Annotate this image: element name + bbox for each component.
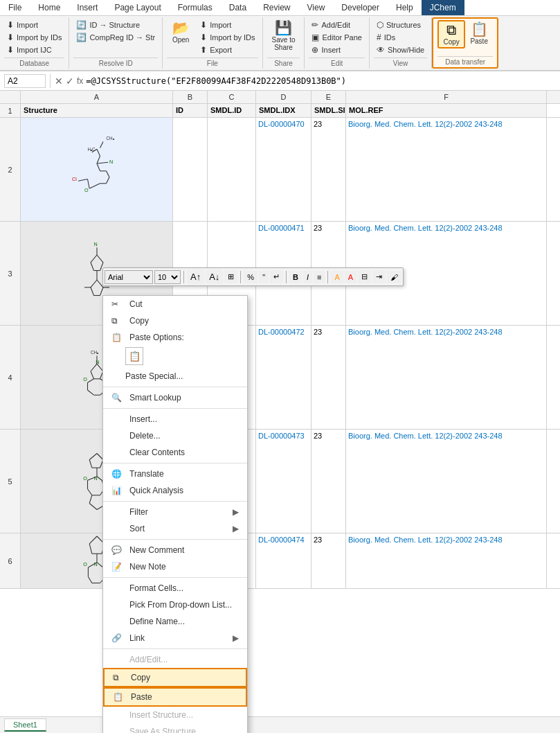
sheet-tab-sheet1[interactable]: Sheet1 [4,718,46,732]
cell-e6[interactable]: 23 [311,533,346,588]
font-color-button[interactable]: A [345,271,356,283]
ctx-quick-analysis[interactable]: 📊 Quick Analysis [103,482,247,499]
cell-f5[interactable]: Bioorg. Med. Chem. Lett. 12(2)-2002 243-… [346,430,547,533]
thousand-button[interactable]: " [259,271,269,283]
col-header-e[interactable]: E [311,91,346,103]
paste-button-ribbon[interactable]: 📋 Paste [465,20,493,47]
borders-button[interactable]: ⊟ [358,270,371,283]
cell-f6[interactable]: Bioorg. Med. Chem. Lett. 12(2)-2002 243-… [346,533,547,588]
tab-jchem[interactable]: JChem [422,0,464,15]
ctx-jchem-copy[interactable]: ⧉ Copy [103,668,247,687]
ctx-clear-contents[interactable]: Clear Contents [103,444,247,461]
ctx-copy[interactable]: ⧉ Copy [103,312,247,329]
col-header-b[interactable]: B [173,91,208,103]
align-button[interactable]: ≡ [314,271,325,283]
bold-button[interactable]: B [289,271,302,283]
ctx-filter[interactable]: Filter ▶ [103,504,247,520]
tab-file[interactable]: File [0,0,30,15]
cell-e4[interactable]: 23 [311,326,346,429]
svg-text:N: N [93,475,97,482]
insert-function-icon[interactable]: fx [77,76,83,86]
ctx-paste-special[interactable]: Paste Special... [103,368,247,385]
import-ijc-button[interactable]: ⬇ Import IJC [4,44,64,56]
wrap-button[interactable]: ↵ [270,270,283,283]
ctx-pick-dropdown[interactable]: Pick From Drop-down List... [103,597,247,613]
ctx-delete[interactable]: Delete... [103,427,247,444]
col-header-a[interactable]: A [21,91,173,103]
tab-review[interactable]: Review [255,0,298,15]
col-smdlid-header[interactable]: SMDL.ID [208,104,256,117]
cell-d5[interactable]: DL-00000473 [256,430,311,533]
ids-button[interactable]: # IDs [374,31,427,44]
col-header-c[interactable]: C [208,91,256,103]
cancel-formula-icon[interactable]: ✕ [55,76,63,87]
col-header-d[interactable]: D [256,91,311,103]
save-to-share-button[interactable]: 💾 Save toShare [267,19,300,53]
ctx-translate[interactable]: 🌐 Translate [103,466,247,482]
cell-e5[interactable]: 23 [311,430,346,533]
tab-pagelayout[interactable]: Page Layout [106,0,169,15]
italic-button[interactable]: I [303,271,312,283]
cell-b2[interactable] [173,118,208,221]
tab-view[interactable]: View [299,0,334,15]
compreg-id-button[interactable]: 🔄 CompReg ID → Str [73,31,158,44]
ctx-smart-lookup[interactable]: 🔍 Smart Lookup [103,389,247,406]
cell-c2[interactable] [208,118,256,221]
paintbrush-button[interactable]: 🖌 [387,271,401,283]
font-shrink-button[interactable]: A↓ [206,270,223,284]
editor-pane-button[interactable]: ▣ Editor Pane [309,31,364,44]
col-molref-header[interactable]: MOL.REF [346,104,547,117]
file-import-button[interactable]: ⬇ Import [197,19,258,31]
ctx-format-cells[interactable]: Format Cells... [103,580,247,597]
file-import-ids-button[interactable]: ⬇ Import by IDs [197,31,258,44]
cell-a2[interactable]: CH₃ H₃C O Cl N [21,118,173,221]
ctx-cut[interactable]: ✂ Cut [103,296,247,312]
fontsize-select[interactable]: 10 [154,270,181,284]
confirm-formula-icon[interactable]: ✓ [66,76,74,87]
highlight-color-button[interactable]: A [331,271,343,283]
cell-reference[interactable] [4,74,46,88]
file-export-button[interactable]: ⬆ Export [197,44,258,56]
percent-button[interactable]: % [244,271,258,283]
ctx-sort[interactable]: Sort ▶ [103,520,247,537]
id-to-structure-button[interactable]: 🔄 ID → Structure [73,19,158,31]
tab-insert[interactable]: Insert [69,0,106,15]
import-by-ids-button[interactable]: ⬇ Import by IDs [4,31,64,44]
col-id-header[interactable]: ID [173,104,208,117]
col-header-f[interactable]: F [346,91,547,103]
indent-button[interactable]: ⇥ [372,270,386,283]
cell-e2[interactable]: 23 [311,118,346,221]
ctx-insert[interactable]: Insert... [103,411,247,427]
paste-option-1[interactable]: 📋 [125,347,143,365]
ctx-link[interactable]: 🔗 Link ▶ [103,630,247,646]
col-smdlidx-header[interactable]: SMDL.IDX [256,104,311,117]
tab-formulas[interactable]: Formulas [170,0,221,15]
ctx-new-comment[interactable]: 💬 New Comment [103,542,247,558]
formula-input[interactable] [86,76,556,86]
ctx-define-name[interactable]: Define Name... [103,613,247,630]
import-button[interactable]: ⬇ Import [4,19,64,31]
tab-data[interactable]: Data [221,0,255,15]
open-button[interactable]: 📂 Open [167,19,195,46]
col-smdlsid-header[interactable]: SMDL.SID [311,104,346,117]
show-hide-button[interactable]: 👁 Show/Hide [374,44,427,56]
col-structure-header[interactable]: Structure [21,104,173,117]
add-edit-button[interactable]: ✏ Add/Edit [309,19,364,31]
cell-d4[interactable]: DL-00000472 [256,326,311,429]
tab-developer[interactable]: Developer [333,0,388,15]
font-grow-button[interactable]: A↑ [187,270,204,284]
cell-f4[interactable]: Bioorg. Med. Chem. Lett. 12(2)-2002 243-… [346,326,547,429]
ctx-new-note[interactable]: 📝 New Note [103,558,247,575]
cell-f2[interactable]: Bioorg. Med. Chem. Lett. 12(2)-2002 243-… [346,118,547,221]
new-note-icon: 📝 [111,562,125,572]
structures-button[interactable]: ⬡ Structures [374,19,427,31]
copy-button-ribbon[interactable]: ⧉ Copy [437,20,465,48]
tab-home[interactable]: Home [30,0,69,15]
cell-d6[interactable]: DL-00000474 [256,533,311,588]
font-select[interactable]: Arial [105,270,153,284]
tab-help[interactable]: Help [388,0,422,15]
insert-button[interactable]: ⊕ Insert [309,44,364,56]
ctx-jchem-paste[interactable]: 📋 Paste [103,687,247,707]
cell-d2[interactable]: DL-00000470 [256,118,311,221]
format-cells-icon-btn[interactable]: ⊞ [224,270,237,283]
